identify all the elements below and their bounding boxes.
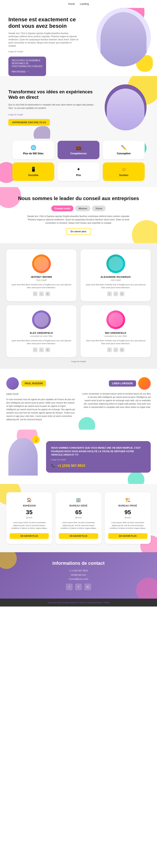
testimonials-section: PAUL HUSSON DIRECTEUR Ici vous trouverez…: [0, 369, 157, 430]
linda-name-box: LINDA LARSSON: [109, 380, 136, 386]
alexandre-fb-icon[interactable]: f: [107, 291, 112, 296]
adhesion-title: ADHÉSION: [10, 504, 49, 507]
jeffrey-in-icon[interactable]: in: [46, 291, 50, 296]
contact-phone: +1 (234) 567-8910: [6, 569, 151, 572]
alex-fb-icon[interactable]: f: [33, 347, 37, 352]
paul-name-box: PAUL HUSSON: [21, 380, 46, 386]
paul-name: PAUL HUSSON: [25, 382, 43, 385]
bureau-prive-icon: 🏗️: [108, 497, 147, 502]
bureau-prive-desc: Lorem ipsum dolor sit amet consectetur a…: [108, 521, 147, 530]
jeffrey-avatar: [32, 254, 51, 273]
paul-text: Ici vous trouverez tous les agents les p…: [6, 398, 75, 421]
hero-cta-arrow[interactable]: →: [26, 69, 29, 74]
bureau-prive-amount: 95: [108, 509, 147, 516]
prix-label: Prix: [61, 174, 96, 177]
adhesion-period: $/mois: [10, 517, 49, 519]
contact-in-icon[interactable]: in: [84, 584, 91, 590]
team-card-jeffrey: JEFFREY BROWN chef créatif Quae amet ill…: [6, 249, 76, 301]
transform-image: [103, 84, 149, 130]
adhesion-amount: 35: [10, 509, 49, 516]
sites-icon: 🌐: [16, 145, 51, 150]
bureau-dede-icon: 🏢: [59, 497, 98, 502]
tab-vision[interactable]: Vision: [92, 206, 106, 211]
cta-notice: NOUS SOMMES CONSCIENTS QUE VOUS MENEZ UN…: [51, 446, 146, 457]
feature-card-competences: 💼 Compétences: [57, 141, 99, 159]
competences-icon: 💼: [61, 145, 96, 150]
leader-text: Sample text. Click to Egestas egestas fr…: [26, 215, 131, 225]
cta-phone[interactable]: 📞 +1 (234) 567-8910: [51, 464, 146, 468]
alex-role: consultant de votre Web: [10, 335, 72, 337]
linda-name: LINDA LARSSON: [112, 382, 133, 385]
alexandre-role: chef créatif: [85, 279, 147, 281]
adhesion-btn[interactable]: EN SAVOIR PLUS: [10, 533, 49, 539]
alexandre-bio: Quae amet illest libero molestie ante et…: [85, 283, 147, 289]
mai-tw-icon[interactable]: t: [113, 347, 118, 352]
mai-name: MAI GREENFIELD: [85, 332, 147, 334]
tab-compte-rendu[interactable]: Compte rendu: [51, 206, 74, 211]
jeffrey-role: chef créatif: [10, 279, 72, 281]
price-card-adhesion: 🏠 ADHÉSION 35 $/mois Lorem ipsum dolor s…: [6, 492, 52, 544]
jeffrey-bio: Quae amet illest libero molestie ante et…: [10, 283, 72, 289]
footer: Sainte ante libero semper senectus et ne…: [0, 598, 157, 607]
alexandre-social: f t in: [85, 291, 147, 296]
testimonial-left: PAUL HUSSON DIRECTEUR Ici vous trouverez…: [6, 377, 75, 421]
jeffrey-name: JEFFREY BROWN: [10, 276, 72, 278]
bureau-prive-btn[interactable]: EN SAVOIR PLUS: [108, 533, 147, 539]
alexandre-in-icon[interactable]: in: [120, 291, 124, 296]
conception-icon: ✏️: [106, 145, 141, 150]
transform-learn-btn[interactable]: APPRENDRE ENCORE PLUS: [8, 119, 50, 126]
cta-blob-teal: [128, 471, 145, 484]
transform-credit: Image de Freepik: [8, 113, 96, 116]
hero-photo-circle: [96, 8, 151, 66]
mai-in-icon[interactable]: in: [120, 347, 124, 352]
leader-blob-yellow: [132, 220, 157, 243]
bureau-prive-title: BUREAU PRIVÉ: [108, 504, 147, 507]
hero-title: Intense est exactement ce dont vous avez…: [8, 16, 80, 29]
transform-person-silhouette: [107, 89, 145, 130]
conception-label: Conception: [106, 152, 141, 155]
cta-section: 🏆 NOUS SOMMES CONSCIENTS QUE VOUS MENEZ …: [0, 430, 157, 484]
alex-avatar-circle: [32, 310, 51, 329]
paul-title: DIRECTEUR: [6, 393, 75, 395]
hero-body: Sample text. Click to Egestas egestas fr…: [8, 32, 80, 48]
navigation: Home Landing: [0, 0, 157, 8]
linda-avatar-circle: [138, 377, 151, 390]
adhesion-desc: Lorem ipsum dolor sit amet consectetur a…: [10, 521, 49, 530]
alex-tw-icon[interactable]: t: [39, 347, 44, 352]
contact-tw-icon[interactable]: t: [75, 584, 82, 590]
jeffrey-tw-icon[interactable]: t: [39, 291, 44, 296]
paul-avatar-wrap: PAUL HUSSON: [6, 377, 75, 390]
nav-landing[interactable]: Landing: [80, 2, 89, 5]
hero-section: Intense est exactement ce dont vous avez…: [0, 8, 157, 76]
team-section: JEFFREY BROWN chef créatif Quae amet ill…: [0, 243, 157, 369]
bureau-dede-btn[interactable]: EN SAVOIR PLUS: [59, 533, 98, 539]
team-credit: Image de Freepik: [6, 361, 151, 363]
hero-credit: Image de Freepik: [8, 50, 80, 53]
mai-fb-icon[interactable]: f: [107, 347, 112, 352]
nav-home[interactable]: Home: [68, 2, 75, 5]
contact-fb-icon[interactable]: f: [66, 584, 73, 590]
feature-card-prix: ✦ Prix: [57, 162, 99, 181]
alexandre-avatar-circle: [106, 254, 125, 273]
jeffrey-fb-icon[interactable]: f: [33, 291, 37, 296]
bureau-prive-period: $/mois: [108, 517, 147, 519]
mai-avatar-circle: [106, 310, 125, 329]
mai-avatar: [106, 310, 125, 329]
mai-role: consultant de votre Web: [85, 335, 147, 337]
tab-mission[interactable]: Mission: [75, 206, 90, 211]
leader-more-btn[interactable]: En savoir plus: [66, 228, 91, 235]
bureau-dede-amount: 65: [59, 509, 98, 516]
alex-in-icon[interactable]: in: [46, 347, 50, 352]
price-card-bureau-prive: 🏗️ BUREAU PRIVÉ 95 $/mois Lorem ipsum do…: [105, 492, 151, 544]
price-card-bureau-dede: 🏢 BUREAU DÉDÉ 65 $/mois Lorem ipsum dolo…: [55, 492, 101, 544]
team-card-alexandre: ALEXANDRE RICHARGIO chef créatif Quae am…: [81, 249, 151, 301]
mai-social: f t in: [85, 347, 147, 352]
transform-body: Que ce soit d'elle-là représendent in vo…: [8, 103, 96, 110]
alex-avatar-inner: [34, 312, 49, 327]
jeffrey-social: f t in: [10, 291, 72, 296]
footer-credit: Freepik: [103, 601, 109, 603]
alexandre-tw-icon[interactable]: t: [113, 291, 118, 296]
paul-avatar: [6, 377, 19, 390]
leader-tabs: Compte rendu Mission Vision: [8, 206, 149, 211]
transform-person-circle: [105, 84, 147, 130]
